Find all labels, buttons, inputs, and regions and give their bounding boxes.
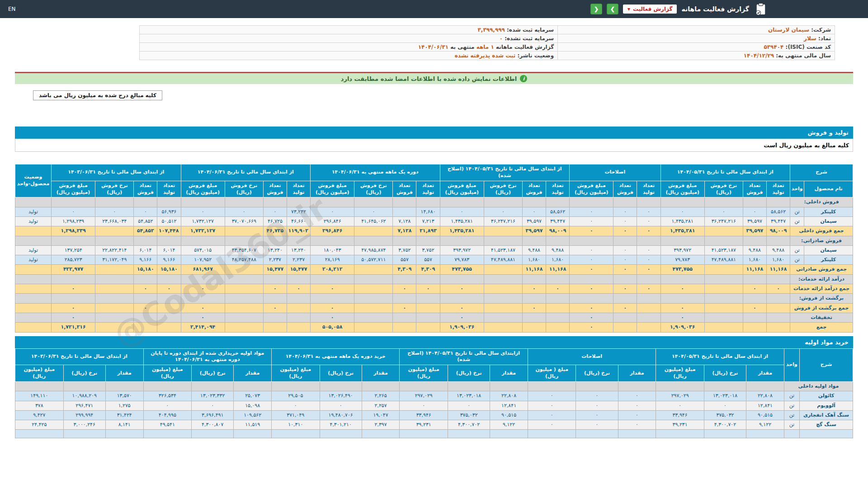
header-cell: تعداد تولید — [416, 181, 440, 197]
report-period-cell: گزارش فعالیت ماهانه ۱ ماهه منتهی به ۱۴۰۴… — [140, 43, 558, 52]
cell — [263, 197, 287, 207]
table-row — [15, 430, 853, 438]
product-status-cell — [15, 274, 52, 284]
cell: ۰ — [576, 410, 618, 420]
cell: ۵۶,۹۳۶ — [157, 207, 181, 216]
cell: ۳۷۵,۰۳۲ — [704, 410, 746, 420]
header-cell: اصلاحات — [570, 164, 660, 181]
cell — [143, 381, 192, 391]
cell — [484, 274, 522, 284]
cell: ۴۳,۳۵۴,۶۰۷ — [225, 245, 263, 255]
cell: ۹,۱۲۲ — [746, 420, 784, 430]
cell — [416, 197, 440, 207]
fiscal-year-cell: سال مالی منتهی به: ۱۴۰۴/۱۲/۲۹ — [558, 52, 835, 60]
cell: ۲۰۸,۲۱۲ — [311, 265, 354, 274]
cell — [704, 381, 746, 391]
cell: ۱۰,۹۸۸,۲۰۹ — [63, 391, 105, 401]
cell — [393, 197, 416, 207]
cell: ۰ — [613, 226, 637, 236]
header-cell: مبلغ فروش (میلیون ریال) — [51, 181, 95, 197]
cell: ۰ — [320, 401, 362, 410]
header-cell: مقدار — [234, 365, 272, 382]
cell: ۰ — [51, 284, 95, 294]
cell: ۳,۶۹۶,۴۹۱ — [192, 410, 234, 420]
cell — [311, 236, 354, 245]
info-label: سال مالی منتهی به: — [774, 52, 831, 59]
cell — [157, 303, 181, 313]
cell — [393, 294, 416, 303]
cell — [637, 236, 660, 245]
cell — [637, 323, 660, 332]
section-label-cell: فروش صادراتی: — [790, 236, 853, 245]
cell: ۱۵,۴۷۷ — [287, 265, 310, 274]
cell — [484, 197, 522, 207]
cell — [225, 265, 263, 274]
cell — [484, 313, 522, 322]
cell — [522, 236, 546, 245]
cell — [287, 313, 310, 322]
product-status-cell: تولید — [15, 207, 52, 216]
cell: ۱,۲۷۵ — [105, 401, 143, 410]
header-cell: نرخ فروش (ریال) — [225, 181, 263, 197]
cell — [448, 381, 490, 391]
total-row: جمع فروش صادراتی۱۱,۱۶۸۱۱,۱۶۸۴۷۳,۷۵۵۰۰۰۱۱… — [15, 265, 853, 274]
cell — [656, 430, 704, 438]
header-cell: مقدار — [618, 365, 656, 382]
cell: ۰ — [576, 420, 618, 430]
header-cell: مبلغ ( میلیون ریال) — [528, 365, 576, 382]
section-row: تخفیفات۰۰۰۰۰۰ — [15, 313, 853, 322]
page-title: گزارش فعالیت ماهانه — [681, 5, 749, 13]
cell — [63, 381, 105, 391]
cell — [134, 236, 157, 245]
cell — [15, 381, 64, 391]
cell — [660, 294, 704, 303]
report-type-dropdown[interactable]: گزارش فعالیت ▾ — [623, 5, 677, 14]
cell — [743, 294, 766, 303]
cell — [576, 430, 618, 438]
header-cell: مبلغ (میلیون ریال) — [143, 365, 192, 382]
cell: ۱,۷۲۱,۲۱۶ — [51, 323, 95, 332]
header-cell: تعداد تولید — [157, 181, 181, 197]
cell: ۰ — [528, 391, 576, 401]
header-cell: نرخ (ریال) — [63, 365, 105, 382]
cell — [704, 303, 743, 313]
cell — [311, 294, 354, 303]
cell: ۱۵,۴۷۷ — [263, 265, 287, 274]
company-info-section: شرکت: سیمان لارستان سرمایه ثبت شده: ۳,۳۹… — [139, 25, 835, 60]
cell: تن — [784, 410, 799, 420]
cell: تن — [784, 391, 799, 401]
cell — [618, 430, 656, 438]
cell: ۰ — [613, 245, 637, 255]
cell: ۲۹۶,۸۴۶ — [311, 226, 354, 236]
product-name-cell: کلینکر — [804, 207, 853, 216]
cell — [400, 381, 448, 391]
cell: ۲,۳۹۷ — [362, 420, 400, 430]
unregistered-capital-cell: سرمایه ثبت نشده: ۰ — [140, 34, 558, 43]
cell: ۷,۲۱۳ — [416, 216, 440, 226]
cell — [225, 323, 263, 332]
cell: ۷۹,۷۸۳ — [440, 255, 484, 265]
cell — [95, 284, 134, 294]
cell: ۰ — [440, 303, 484, 313]
cell — [546, 294, 570, 303]
product-status-cell — [15, 284, 52, 294]
cell: ۱,۷۳۲,۱۲۷ — [181, 216, 225, 226]
header-cell: نرخ (ریال) — [704, 365, 746, 382]
cell: ۴۹,۵۴۱ — [143, 420, 192, 430]
cell: ۰ — [570, 313, 613, 322]
cell — [704, 284, 743, 294]
language-toggle[interactable]: EN — [8, 6, 16, 12]
cell: ۱,۴۳۵,۲۸۱ — [440, 216, 484, 226]
cell — [134, 274, 157, 284]
cell — [95, 294, 134, 303]
cell: ۵۰۵,۰۵۸ — [311, 323, 354, 332]
cell — [546, 303, 570, 313]
cell — [743, 236, 766, 245]
next-report-button[interactable]: ❯ — [607, 4, 618, 14]
cell — [51, 274, 95, 284]
prev-report-button[interactable]: ❮ — [590, 4, 602, 14]
header-cell: از ابتدای سال مالی تا تاریخ ۱۴۰۴/۰۵/۳۱ (… — [440, 164, 570, 181]
cell: ۵۵۷ — [416, 255, 440, 265]
cell: ۲۸,۱۶۹ — [311, 255, 354, 265]
cell: ۱,۴۳۵,۲۸۱ — [660, 226, 704, 236]
